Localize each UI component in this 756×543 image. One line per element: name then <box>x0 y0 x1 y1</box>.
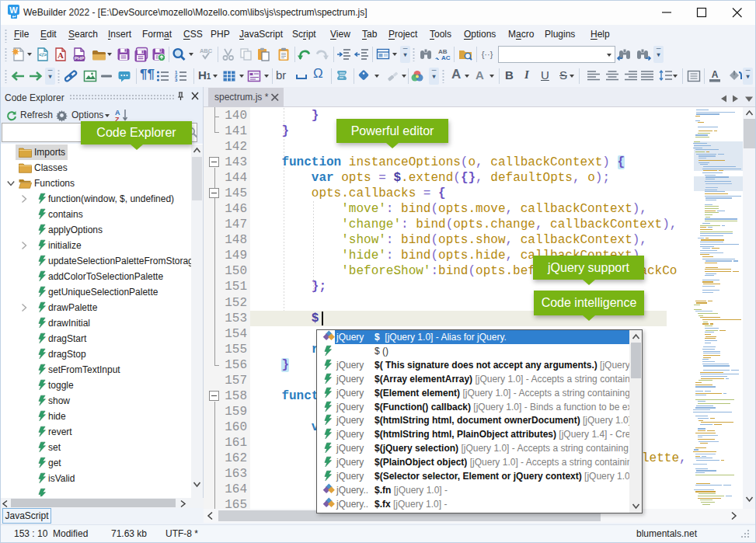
svg-text:A: A <box>712 69 719 80</box>
svg-text:AC: AC <box>441 54 451 61</box>
svg-text:{··}: {··} <box>482 50 493 59</box>
svg-text:ABC: ABC <box>200 47 213 54</box>
svg-text:3: 3 <box>175 78 178 82</box>
svg-text:</>: </> <box>39 52 47 57</box>
svg-text:A: A <box>57 50 64 60</box>
svg-text:PHP: PHP <box>75 56 84 61</box>
svg-text:W: W <box>9 5 18 15</box>
